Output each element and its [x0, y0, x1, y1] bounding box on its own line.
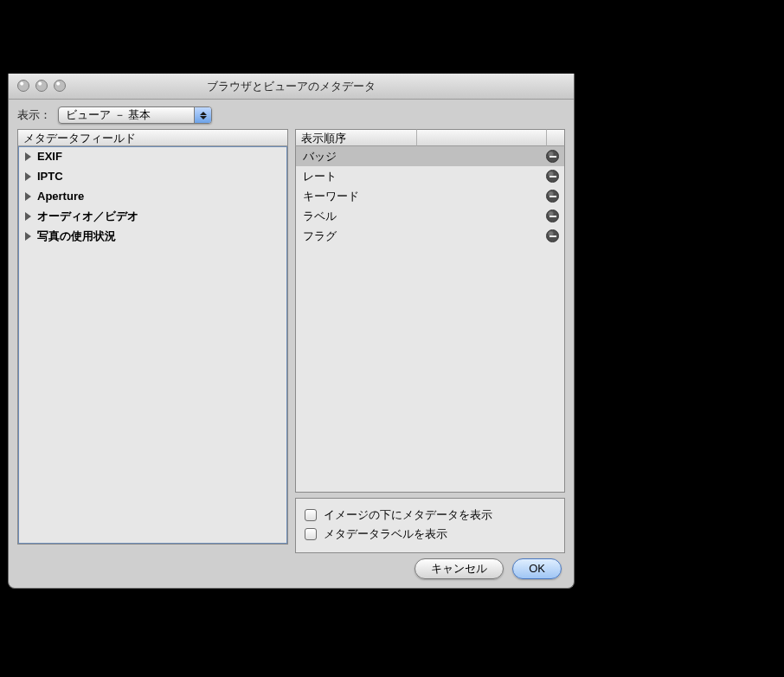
- remove-button[interactable]: [546, 229, 559, 242]
- option-below-image-label: イメージの下にメタデータを表示: [324, 507, 492, 523]
- minus-icon: [549, 235, 556, 237]
- option-show-labels-label: メタデータラベルを表示: [324, 526, 447, 542]
- order-row-label: レート: [303, 169, 337, 184]
- disclosure-triangle-icon[interactable]: [25, 172, 31, 181]
- minimize-window-button[interactable]: [35, 80, 48, 92]
- option-below-image-row[interactable]: イメージの下にメタデータを表示: [305, 506, 556, 525]
- minus-icon: [549, 176, 556, 177]
- window-controls: [17, 80, 66, 92]
- view-popup[interactable]: ビューア － 基本: [58, 106, 212, 124]
- view-popup-value: ビューア － 基本: [66, 108, 151, 121]
- order-row-label: フラグ: [303, 229, 337, 244]
- remove-button[interactable]: [546, 170, 559, 183]
- tree-row-label: EXIF: [37, 150, 62, 163]
- tree-row-iptc[interactable]: IPTC: [18, 166, 287, 186]
- disclosure-triangle-icon[interactable]: [25, 192, 31, 201]
- close-window-button[interactable]: [17, 80, 29, 92]
- display-options-box: イメージの下にメタデータを表示 メタデータラベルを表示: [295, 498, 566, 553]
- tree-row-exif[interactable]: EXIF: [18, 146, 287, 166]
- tree-row-aperture[interactable]: Aperture: [18, 186, 287, 206]
- callout-line-right-v: [576, 130, 578, 160]
- order-row-badge[interactable]: バッジ: [296, 146, 565, 166]
- tree-row-audiovideo[interactable]: オーディオ／ビデオ: [18, 206, 287, 226]
- metadata-fields-list[interactable]: EXIF IPTC Aperture オーディオ／ビデオ: [17, 146, 288, 545]
- disclosure-triangle-icon[interactable]: [25, 152, 31, 161]
- remove-button[interactable]: [546, 150, 559, 163]
- disclosure-triangle-icon[interactable]: [25, 232, 31, 241]
- disclosure-triangle-icon[interactable]: [25, 212, 31, 221]
- checkbox-below-image[interactable]: [305, 509, 317, 521]
- order-row-flag[interactable]: フラグ: [296, 226, 565, 246]
- ok-button[interactable]: OK: [512, 558, 562, 579]
- view-label: 表示：: [17, 107, 51, 123]
- metadata-dialog: ブラウザとビューアのメタデータ 表示： ビューア － 基本 メタデータフィールド…: [8, 74, 575, 589]
- minus-icon: [549, 216, 556, 217]
- metadata-fields-column: メタデータフィールド EXIF IPTC Aperture: [17, 129, 288, 553]
- order-row-rating[interactable]: レート: [296, 166, 565, 186]
- option-show-labels-row[interactable]: メタデータラベルを表示: [305, 525, 556, 544]
- order-row-keyword[interactable]: キーワード: [296, 186, 565, 206]
- display-order-header-row: 表示順序: [295, 129, 566, 146]
- tree-row-photo-usage[interactable]: 写真の使用状況: [18, 226, 287, 246]
- display-order-header-spacer[interactable]: [416, 129, 547, 146]
- view-selector-row: 表示： ビューア － 基本: [9, 100, 574, 129]
- tree-row-label: オーディオ／ビデオ: [37, 209, 138, 224]
- dialog-title: ブラウザとビューアのメタデータ: [9, 74, 574, 100]
- metadata-fields-header[interactable]: メタデータフィールド: [17, 129, 288, 146]
- chevron-updown-icon: [194, 107, 211, 123]
- order-row-label[interactable]: ラベル: [296, 206, 565, 226]
- display-order-list[interactable]: バッジ レート キーワード ラベル: [295, 146, 566, 493]
- titlebar[interactable]: ブラウザとビューアのメタデータ: [9, 74, 574, 100]
- minus-icon: [549, 156, 556, 158]
- remove-button[interactable]: [546, 190, 559, 203]
- order-row-label: ラベル: [303, 209, 337, 224]
- zoom-window-button[interactable]: [54, 80, 66, 92]
- tree-row-label: IPTC: [37, 170, 63, 183]
- display-order-header-endcap[interactable]: [546, 129, 565, 146]
- cancel-button[interactable]: キャンセル: [414, 558, 504, 579]
- display-order-header[interactable]: 表示順序: [295, 129, 416, 146]
- tree-row-label: Aperture: [37, 190, 84, 203]
- order-row-label: キーワード: [303, 189, 359, 204]
- remove-button[interactable]: [546, 210, 559, 222]
- minus-icon: [549, 196, 556, 197]
- display-order-column: 表示順序 バッジ レート キーワード: [295, 129, 566, 553]
- checkbox-show-labels[interactable]: [305, 528, 317, 540]
- tree-row-label: 写真の使用状況: [37, 229, 116, 244]
- dialog-footer: キャンセル OK: [414, 558, 562, 579]
- order-row-label: バッジ: [303, 149, 337, 164]
